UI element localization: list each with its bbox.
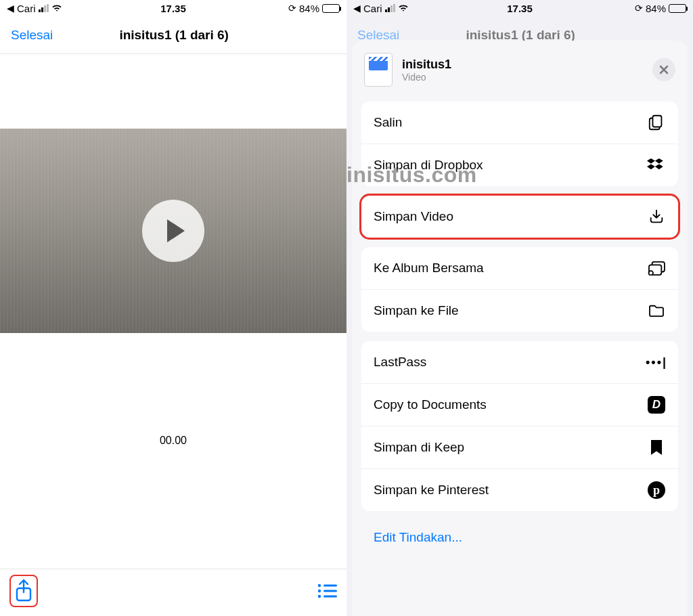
svg-rect-7	[652, 116, 661, 127]
bookmark-icon	[647, 439, 666, 456]
action-copy[interactable]: Salin	[361, 102, 678, 144]
orientation-lock-icon: ⟳	[288, 3, 296, 14]
action-label: Ke Album Bersama	[374, 261, 484, 276]
status-bar: ◀ Cari 17.35 ⟳ 84%	[346, 0, 693, 16]
nav-bar: Selesai inisitus1 (1 dari 6)	[0, 16, 346, 54]
action-label: Simpan ke Pinterest	[374, 483, 489, 498]
action-save-video[interactable]: Simpan Video	[361, 196, 678, 238]
close-icon	[659, 65, 669, 74]
video-preview-area: 00.00	[0, 54, 346, 521]
wifi-icon	[51, 4, 62, 12]
video-time-label: 00.00	[0, 435, 346, 447]
lastpass-icon: •••|	[647, 353, 666, 371]
folder-icon	[647, 302, 666, 320]
close-button[interactable]	[652, 58, 675, 81]
documents-app-icon: D	[647, 396, 666, 414]
battery-percent: 84%	[299, 3, 319, 14]
action-lastpass[interactable]: LastPass •••|	[361, 341, 678, 384]
action-label: Copy to Documents	[374, 397, 487, 412]
wifi-icon	[398, 4, 409, 12]
pinterest-icon: p	[647, 481, 666, 499]
file-name: inisitus1	[402, 58, 643, 72]
shared-album-icon	[647, 259, 666, 277]
watermark: inisitus.com	[346, 162, 477, 188]
share-icon	[14, 579, 34, 603]
action-label: LastPass	[374, 355, 426, 370]
play-icon	[167, 219, 185, 242]
action-save-file[interactable]: Simpan ke File	[361, 290, 678, 332]
svg-rect-4	[323, 590, 337, 592]
status-carrier: Cari	[363, 3, 382, 14]
status-time: 17.35	[464, 3, 575, 14]
action-label: Simpan Video	[374, 209, 453, 224]
video-clapper-icon	[369, 57, 388, 70]
svg-point-10	[649, 271, 653, 275]
battery-percent: 84%	[646, 3, 666, 14]
page-title: inisitus1 (1 dari 6)	[12, 28, 336, 43]
action-label: Simpan ke File	[374, 303, 459, 318]
battery-icon	[322, 4, 340, 13]
back-caret-icon: ◀	[7, 3, 14, 14]
signal-icon	[39, 4, 49, 12]
svg-point-3	[318, 589, 321, 592]
status-bar: ◀ Cari 17.35 ⟳ 84%	[0, 0, 346, 16]
battery-icon	[669, 4, 686, 13]
status-carrier: Cari	[17, 3, 36, 14]
svg-rect-6	[323, 595, 337, 597]
svg-point-1	[318, 584, 321, 586]
action-pinterest[interactable]: Simpan ke Pinterest p	[361, 469, 678, 511]
orientation-lock-icon: ⟳	[635, 3, 643, 14]
action-label: Salin	[374, 115, 402, 130]
dropbox-icon	[647, 156, 666, 174]
copy-icon	[647, 114, 666, 131]
bottom-toolbar	[0, 569, 346, 616]
action-keep[interactable]: Simpan di Keep	[361, 426, 678, 469]
action-copy-documents[interactable]: Copy to Documents D	[361, 384, 678, 426]
signal-icon	[385, 4, 395, 12]
file-type-icon	[364, 53, 393, 87]
share-button[interactable]	[9, 575, 38, 607]
back-caret-icon: ◀	[353, 3, 361, 14]
file-type-label: Video	[402, 72, 643, 83]
action-label: Simpan di Keep	[374, 440, 464, 455]
list-icon[interactable]	[317, 583, 337, 599]
video-thumbnail[interactable]	[0, 129, 346, 333]
play-button[interactable]	[142, 200, 204, 262]
action-shared-album[interactable]: Ke Album Bersama	[361, 247, 678, 290]
download-icon	[647, 208, 666, 225]
status-time: 17.35	[118, 3, 229, 14]
share-sheet: inisitus1 Video Salin Simpan di Dropbox	[352, 41, 688, 616]
svg-point-5	[318, 594, 321, 597]
svg-rect-2	[323, 584, 337, 586]
edit-actions-button[interactable]: Edit Tindakan...	[361, 521, 678, 554]
